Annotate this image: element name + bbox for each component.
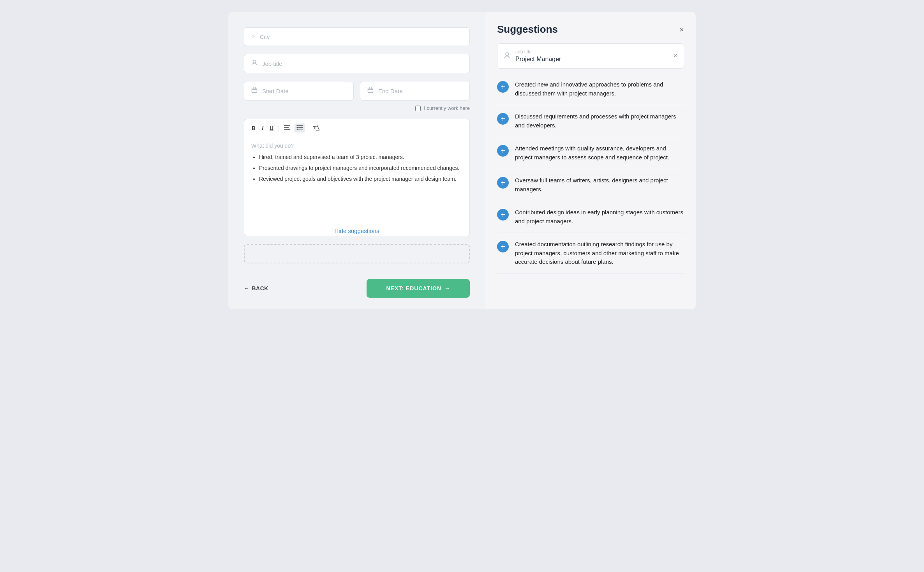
suggestion-text: Created new and innovative approaches to…: [515, 80, 684, 98]
currently-work-row: I currently work here: [244, 105, 470, 111]
suggestion-text: Attended meetings with quality assurance…: [515, 144, 684, 162]
suggestion-text: Contributed design ideas in early planni…: [515, 208, 684, 226]
editor-toolbar: B I U: [244, 119, 469, 137]
add-suggestion-icon: +: [497, 241, 509, 252]
suggestions-list: +Created new and innovative approaches t…: [497, 73, 684, 274]
job-title-field[interactable]: Job title: [244, 54, 470, 73]
editor-bullets: Hired, trained and supervised a team of …: [251, 153, 462, 184]
next-button[interactable]: NEXT: EDUCATION →: [367, 279, 470, 298]
end-date-label: End Date: [378, 88, 403, 94]
svg-point-6: [297, 125, 298, 126]
suggestions-job-title-label: Job title: [515, 49, 668, 55]
app-container: ○ City Job title: [228, 12, 696, 309]
next-label: NEXT: EDUCATION: [386, 285, 441, 291]
suggestion-text: Created documentation outlining research…: [515, 240, 684, 267]
svg-point-8: [297, 129, 298, 130]
toolbar-divider-1: [279, 125, 279, 132]
clear-format-button[interactable]: T: [311, 123, 321, 133]
editor-bullet-item: Reviewed project goals and objectives wi…: [259, 175, 462, 184]
editor-placeholder: What did you do?: [251, 143, 462, 149]
currently-work-checkbox[interactable]: [415, 106, 421, 111]
add-suggestion-icon: +: [497, 209, 509, 221]
city-label: City: [260, 34, 270, 40]
next-arrow-icon: →: [444, 285, 450, 291]
list-button[interactable]: [294, 124, 305, 132]
suggestions-person-icon: [504, 52, 511, 60]
svg-rect-2: [368, 88, 373, 93]
add-suggestion-icon: +: [497, 177, 509, 189]
start-date-field[interactable]: Start Date: [244, 81, 354, 101]
back-button[interactable]: ← BACK: [244, 285, 268, 291]
svg-point-15: [506, 53, 509, 56]
bottom-nav: ← BACK NEXT: EDUCATION →: [244, 279, 470, 298]
calendar-start-icon: [251, 87, 257, 95]
svg-point-0: [253, 60, 256, 63]
currently-work-label: I currently work here: [424, 105, 470, 111]
back-arrow-icon: ←: [244, 285, 250, 291]
dashed-section: [244, 244, 470, 263]
close-suggestions-button[interactable]: ×: [679, 26, 684, 34]
job-title-label: Job title: [262, 60, 282, 67]
hide-suggestions-link[interactable]: Hide suggestions: [244, 223, 469, 236]
svg-rect-1: [252, 88, 257, 93]
right-panel: Suggestions × Job title Project Manager …: [485, 12, 696, 309]
person-icon: [251, 60, 257, 67]
city-field[interactable]: ○ City: [244, 27, 470, 46]
editor-bullet-item: Presented drawings to project managers a…: [259, 164, 462, 173]
editor-bullet-item: Hired, trained and supervised a team of …: [259, 153, 462, 162]
clear-job-title-button[interactable]: ×: [673, 52, 677, 60]
align-button[interactable]: [282, 124, 292, 132]
suggestions-job-title-box: Job title Project Manager ×: [497, 43, 684, 69]
back-label: BACK: [252, 285, 268, 291]
suggestions-job-title-value: Project Manager: [515, 56, 668, 63]
location-icon: ○: [251, 33, 255, 40]
underline-button[interactable]: U: [268, 124, 275, 132]
toolbar-divider-2: [308, 125, 308, 132]
start-date-label: Start Date: [262, 88, 289, 94]
suggestion-item[interactable]: +Attended meetings with quality assuranc…: [497, 137, 684, 169]
suggestions-job-title-content: Job title Project Manager: [515, 49, 668, 63]
svg-line-13: [317, 125, 319, 130]
editor-body[interactable]: What did you do? Hired, trained and supe…: [244, 137, 469, 223]
suggestion-item[interactable]: +Created new and innovative approaches t…: [497, 73, 684, 105]
suggestion-text: Discussed requirements and processes wit…: [515, 112, 684, 130]
rich-text-editor: B I U: [244, 119, 470, 236]
bold-button[interactable]: B: [250, 124, 257, 132]
suggestion-item[interactable]: +Created documentation outlining researc…: [497, 233, 684, 274]
add-suggestion-icon: +: [497, 145, 509, 157]
italic-button[interactable]: I: [260, 124, 265, 132]
add-suggestion-icon: +: [497, 81, 509, 93]
suggestions-header: Suggestions ×: [497, 23, 684, 35]
suggestion-item[interactable]: +Oversaw full teams of writers, artists,…: [497, 169, 684, 201]
editor-content: Hired, trained and supervised a team of …: [251, 153, 462, 184]
left-panel: ○ City Job title: [228, 12, 485, 309]
add-suggestion-icon: +: [497, 113, 509, 125]
suggestion-item[interactable]: +Contributed design ideas in early plann…: [497, 201, 684, 233]
svg-text:T: T: [313, 125, 317, 131]
calendar-end-icon: [367, 87, 374, 95]
svg-point-7: [297, 127, 298, 128]
suggestion-item[interactable]: +Discussed requirements and processes wi…: [497, 105, 684, 137]
date-row: Start Date End Date: [244, 81, 470, 101]
end-date-field[interactable]: End Date: [360, 81, 470, 101]
suggestions-title: Suggestions: [497, 23, 558, 35]
suggestion-text: Oversaw full teams of writers, artists, …: [515, 176, 684, 194]
